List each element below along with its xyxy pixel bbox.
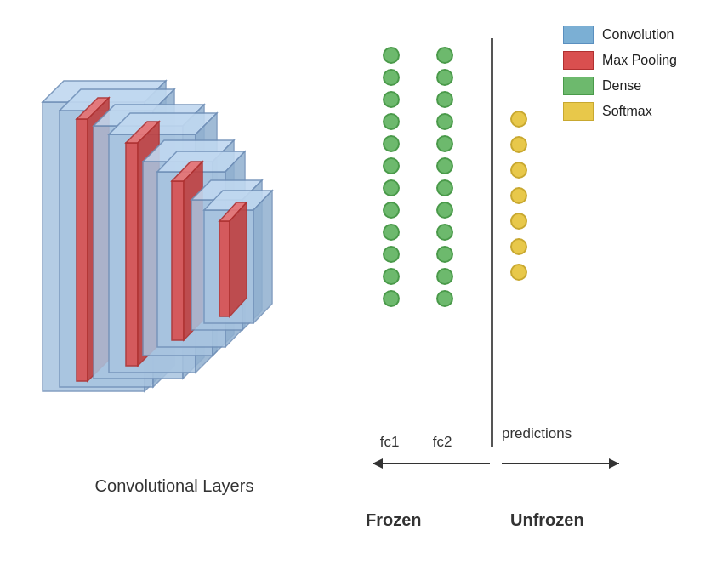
legend-color-dense (563, 77, 594, 95)
legend-label-softmax: Softmax (602, 104, 652, 119)
fc1-dot-1 (383, 47, 400, 64)
fc2-dot-7 (436, 179, 453, 196)
fc2-dot-5 (436, 135, 453, 152)
fc1-dot-12 (383, 290, 400, 307)
svg-marker-39 (609, 458, 619, 469)
predictions-label: predictions (502, 425, 572, 442)
legend-color-maxpooling (563, 51, 594, 70)
pred-dot-4 (510, 187, 527, 204)
fc1-dot-5 (383, 135, 400, 152)
legend-item-softmax: Softmax (563, 102, 677, 121)
legend-item-convolution: Convolution (563, 26, 677, 44)
fc2-dot-11 (436, 268, 453, 285)
frozen-label: Frozen (366, 510, 422, 530)
legend-item-dense: Dense (563, 77, 677, 95)
fc2-dot-9 (436, 224, 453, 241)
frozen-unfrozen-arrow (364, 447, 628, 489)
legend-label-dense: Dense (602, 78, 641, 94)
fc2-dot-10 (436, 246, 453, 263)
unfrozen-label: Unfrozen (510, 510, 584, 530)
fc1-dot-9 (383, 224, 400, 241)
svg-marker-24 (172, 181, 184, 340)
svg-marker-15 (126, 143, 138, 366)
fc2-dot-12 (436, 290, 453, 307)
legend-color-softmax (563, 102, 594, 121)
pred-dot-1 (510, 111, 527, 128)
predictions-dots-column (510, 111, 527, 281)
fc1-dot-2 (383, 69, 400, 86)
fc2-dot-4 (436, 113, 453, 130)
fc1-dot-11 (383, 268, 400, 285)
pred-dot-7 (510, 264, 527, 281)
fc2-dot-8 (436, 202, 453, 219)
legend: Convolution Max Pooling Dense Softmax (563, 26, 677, 121)
fc1-dots-column (383, 47, 400, 307)
fc2-dots-column (436, 47, 453, 307)
conv-layers-label: Convolutional Layers (47, 476, 302, 496)
cnn-layers-diagram (17, 34, 323, 454)
frozen-unfrozen-divider (491, 38, 493, 447)
pred-dot-6 (510, 238, 527, 255)
svg-marker-37 (373, 458, 383, 469)
fc1-dot-8 (383, 202, 400, 219)
svg-marker-33 (219, 221, 230, 316)
pred-dot-5 (510, 213, 527, 230)
fc1-dot-6 (383, 157, 400, 174)
fc2-dot-1 (436, 47, 453, 64)
legend-label-convolution: Convolution (602, 27, 674, 43)
legend-item-maxpooling: Max Pooling (563, 51, 677, 70)
svg-marker-35 (230, 202, 247, 316)
fc2-dot-2 (436, 69, 453, 86)
fc1-dot-3 (383, 91, 400, 108)
legend-color-convolution (563, 26, 594, 44)
pred-dot-2 (510, 136, 527, 153)
pred-dot-3 (510, 162, 527, 179)
svg-marker-32 (253, 191, 272, 323)
legend-label-maxpooling: Max Pooling (602, 53, 677, 68)
fc1-dot-7 (383, 179, 400, 196)
svg-marker-6 (77, 119, 88, 381)
fc1-dot-4 (383, 113, 400, 130)
fc2-dot-3 (436, 91, 453, 108)
fc2-dot-6 (436, 157, 453, 174)
fc1-dot-10 (383, 246, 400, 263)
